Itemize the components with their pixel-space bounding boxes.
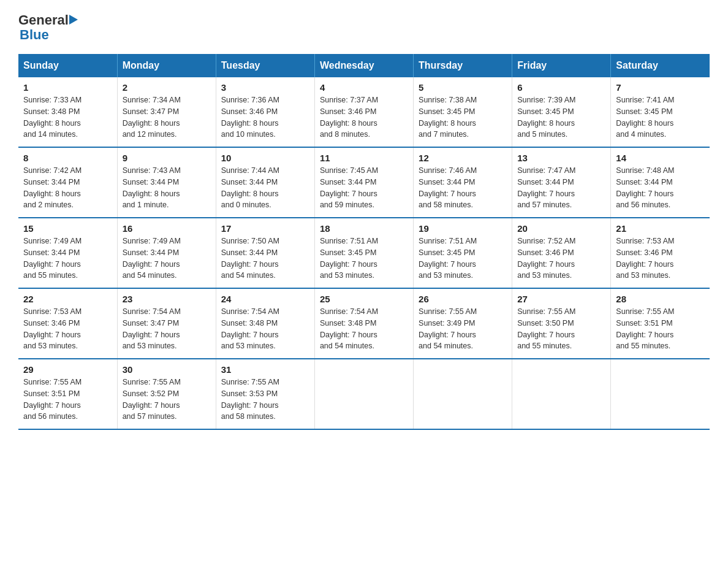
week-row-2: 8 Sunrise: 7:42 AMSunset: 3:44 PMDayligh… bbox=[18, 147, 710, 218]
calendar-cell: 25 Sunrise: 7:54 AMSunset: 3:48 PMDaylig… bbox=[314, 288, 413, 359]
calendar-cell: 20 Sunrise: 7:52 AMSunset: 3:46 PMDaylig… bbox=[512, 218, 611, 288]
day-number: 22 bbox=[23, 294, 112, 304]
day-number: 17 bbox=[221, 223, 309, 234]
calendar-cell: 16 Sunrise: 7:49 AMSunset: 3:44 PMDaylig… bbox=[117, 218, 216, 288]
calendar-cell: 15 Sunrise: 7:49 AMSunset: 3:44 PMDaylig… bbox=[18, 218, 117, 288]
day-info: Sunrise: 7:43 AMSunset: 3:44 PMDaylight:… bbox=[123, 165, 211, 211]
calendar-cell: 28 Sunrise: 7:55 AMSunset: 3:51 PMDaylig… bbox=[611, 288, 710, 359]
day-info: Sunrise: 7:37 AMSunset: 3:46 PMDaylight:… bbox=[320, 94, 408, 140]
day-info: Sunrise: 7:51 AMSunset: 3:45 PMDaylight:… bbox=[419, 236, 507, 282]
week-row-1: 1 Sunrise: 7:33 AMSunset: 3:48 PMDayligh… bbox=[18, 77, 710, 147]
header-sunday: Sunday bbox=[18, 54, 117, 77]
week-row-4: 22 Sunrise: 7:53 AMSunset: 3:46 PMDaylig… bbox=[18, 288, 710, 359]
day-info: Sunrise: 7:55 AMSunset: 3:51 PMDaylight:… bbox=[616, 306, 705, 352]
day-number: 26 bbox=[419, 294, 507, 304]
header-monday: Monday bbox=[117, 54, 216, 77]
day-number: 2 bbox=[123, 82, 211, 93]
day-info: Sunrise: 7:55 AMSunset: 3:53 PMDaylight:… bbox=[221, 377, 309, 423]
day-number: 13 bbox=[517, 153, 605, 163]
day-info: Sunrise: 7:51 AMSunset: 3:45 PMDaylight:… bbox=[320, 236, 408, 282]
day-info: Sunrise: 7:50 AMSunset: 3:44 PMDaylight:… bbox=[221, 236, 309, 282]
day-number: 30 bbox=[123, 364, 211, 375]
logo-arrow-icon bbox=[69, 13, 79, 26]
calendar-cell: 2 Sunrise: 7:34 AMSunset: 3:47 PMDayligh… bbox=[117, 77, 216, 147]
calendar-cell: 17 Sunrise: 7:50 AMSunset: 3:44 PMDaylig… bbox=[216, 218, 314, 288]
day-number: 25 bbox=[320, 294, 408, 304]
logo-general: General bbox=[18, 12, 69, 28]
day-info: Sunrise: 7:46 AMSunset: 3:44 PMDaylight:… bbox=[419, 165, 507, 211]
day-number: 27 bbox=[517, 294, 605, 304]
calendar-cell: 10 Sunrise: 7:44 AMSunset: 3:44 PMDaylig… bbox=[216, 147, 314, 218]
day-info: Sunrise: 7:55 AMSunset: 3:49 PMDaylight:… bbox=[419, 306, 507, 352]
day-info: Sunrise: 7:52 AMSunset: 3:46 PMDaylight:… bbox=[517, 236, 605, 282]
header-saturday: Saturday bbox=[611, 54, 710, 77]
calendar-cell: 13 Sunrise: 7:47 AMSunset: 3:44 PMDaylig… bbox=[512, 147, 611, 218]
day-number: 12 bbox=[419, 153, 507, 163]
calendar-cell: 7 Sunrise: 7:41 AMSunset: 3:45 PMDayligh… bbox=[611, 77, 710, 147]
calendar-cell bbox=[414, 359, 512, 429]
calendar-cell: 6 Sunrise: 7:39 AMSunset: 3:45 PMDayligh… bbox=[512, 77, 611, 147]
day-info: Sunrise: 7:49 AMSunset: 3:44 PMDaylight:… bbox=[23, 236, 112, 282]
calendar-cell: 31 Sunrise: 7:55 AMSunset: 3:53 PMDaylig… bbox=[216, 359, 314, 429]
day-number: 31 bbox=[221, 364, 309, 375]
calendar-cell: 30 Sunrise: 7:55 AMSunset: 3:52 PMDaylig… bbox=[117, 359, 216, 429]
day-info: Sunrise: 7:55 AMSunset: 3:52 PMDaylight:… bbox=[123, 377, 211, 423]
calendar-cell: 14 Sunrise: 7:48 AMSunset: 3:44 PMDaylig… bbox=[611, 147, 710, 218]
day-info: Sunrise: 7:39 AMSunset: 3:45 PMDaylight:… bbox=[517, 94, 605, 140]
header-wednesday: Wednesday bbox=[314, 54, 413, 77]
day-number: 24 bbox=[221, 294, 309, 304]
day-info: Sunrise: 7:47 AMSunset: 3:44 PMDaylight:… bbox=[517, 165, 605, 211]
day-number: 6 bbox=[517, 82, 605, 93]
calendar-cell: 1 Sunrise: 7:33 AMSunset: 3:48 PMDayligh… bbox=[18, 77, 117, 147]
calendar-cell: 11 Sunrise: 7:45 AMSunset: 3:44 PMDaylig… bbox=[314, 147, 413, 218]
calendar-cell: 12 Sunrise: 7:46 AMSunset: 3:44 PMDaylig… bbox=[414, 147, 512, 218]
calendar-cell: 9 Sunrise: 7:43 AMSunset: 3:44 PMDayligh… bbox=[117, 147, 216, 218]
day-info: Sunrise: 7:55 AMSunset: 3:51 PMDaylight:… bbox=[23, 377, 112, 423]
week-row-5: 29 Sunrise: 7:55 AMSunset: 3:51 PMDaylig… bbox=[18, 359, 710, 429]
day-info: Sunrise: 7:36 AMSunset: 3:46 PMDaylight:… bbox=[221, 94, 309, 140]
day-number: 3 bbox=[221, 82, 309, 93]
day-info: Sunrise: 7:44 AMSunset: 3:44 PMDaylight:… bbox=[221, 165, 309, 211]
day-number: 29 bbox=[23, 364, 112, 375]
day-number: 9 bbox=[123, 153, 211, 163]
calendar-cell: 4 Sunrise: 7:37 AMSunset: 3:46 PMDayligh… bbox=[314, 77, 413, 147]
calendar-cell: 26 Sunrise: 7:55 AMSunset: 3:49 PMDaylig… bbox=[414, 288, 512, 359]
day-info: Sunrise: 7:54 AMSunset: 3:48 PMDaylight:… bbox=[320, 306, 408, 352]
calendar-cell: 21 Sunrise: 7:53 AMSunset: 3:46 PMDaylig… bbox=[611, 218, 710, 288]
day-info: Sunrise: 7:53 AMSunset: 3:46 PMDaylight:… bbox=[616, 236, 705, 282]
calendar-cell: 19 Sunrise: 7:51 AMSunset: 3:45 PMDaylig… bbox=[414, 218, 512, 288]
calendar-cell bbox=[611, 359, 710, 429]
calendar-cell: 24 Sunrise: 7:54 AMSunset: 3:48 PMDaylig… bbox=[216, 288, 314, 359]
calendar-cell bbox=[512, 359, 611, 429]
calendar-cell: 22 Sunrise: 7:53 AMSunset: 3:46 PMDaylig… bbox=[18, 288, 117, 359]
header-friday: Friday bbox=[512, 54, 611, 77]
day-info: Sunrise: 7:42 AMSunset: 3:44 PMDaylight:… bbox=[23, 165, 112, 211]
calendar-cell bbox=[314, 359, 413, 429]
calendar-cell: 18 Sunrise: 7:51 AMSunset: 3:45 PMDaylig… bbox=[314, 218, 413, 288]
header-tuesday: Tuesday bbox=[216, 54, 314, 77]
calendar-table: SundayMondayTuesdayWednesdayThursdayFrid… bbox=[18, 54, 710, 430]
calendar-cell: 8 Sunrise: 7:42 AMSunset: 3:44 PMDayligh… bbox=[18, 147, 117, 218]
day-number: 19 bbox=[419, 223, 507, 234]
day-info: Sunrise: 7:38 AMSunset: 3:45 PMDaylight:… bbox=[419, 94, 507, 140]
calendar-header-row: SundayMondayTuesdayWednesdayThursdayFrid… bbox=[18, 54, 710, 77]
day-number: 28 bbox=[616, 294, 705, 304]
day-number: 4 bbox=[320, 82, 408, 93]
day-info: Sunrise: 7:48 AMSunset: 3:44 PMDaylight:… bbox=[616, 165, 705, 211]
svg-marker-0 bbox=[69, 15, 78, 25]
day-info: Sunrise: 7:34 AMSunset: 3:47 PMDaylight:… bbox=[123, 94, 211, 140]
header-thursday: Thursday bbox=[414, 54, 512, 77]
day-number: 14 bbox=[616, 153, 705, 163]
calendar-cell: 3 Sunrise: 7:36 AMSunset: 3:46 PMDayligh… bbox=[216, 77, 314, 147]
day-number: 21 bbox=[616, 223, 705, 234]
day-info: Sunrise: 7:41 AMSunset: 3:45 PMDaylight:… bbox=[616, 94, 705, 140]
logo: General Blue bbox=[18, 12, 80, 43]
calendar-cell: 5 Sunrise: 7:38 AMSunset: 3:45 PMDayligh… bbox=[414, 77, 512, 147]
week-row-3: 15 Sunrise: 7:49 AMSunset: 3:44 PMDaylig… bbox=[18, 218, 710, 288]
day-number: 8 bbox=[23, 153, 112, 163]
day-info: Sunrise: 7:49 AMSunset: 3:44 PMDaylight:… bbox=[123, 236, 211, 282]
day-info: Sunrise: 7:53 AMSunset: 3:46 PMDaylight:… bbox=[23, 306, 112, 352]
calendar-cell: 29 Sunrise: 7:55 AMSunset: 3:51 PMDaylig… bbox=[18, 359, 117, 429]
day-info: Sunrise: 7:55 AMSunset: 3:50 PMDaylight:… bbox=[517, 306, 605, 352]
day-number: 23 bbox=[123, 294, 211, 304]
